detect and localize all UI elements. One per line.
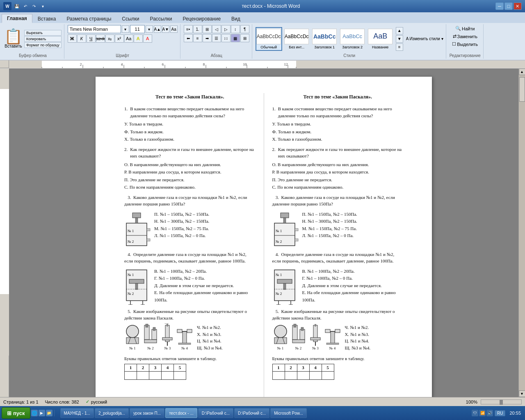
redo-quick-btn[interactable]: ↷ [30,2,38,10]
subscript-button[interactable]: x₂ [105,34,114,43]
undo-quick-btn[interactable]: ↶ [22,2,29,10]
col-5-right: 5 [322,364,334,371]
styles-more[interactable]: ≡ [396,43,403,51]
scroll-track[interactable] [519,75,525,390]
scroll-thumb[interactable] [519,77,525,102]
font-name-input[interactable] [68,25,121,33]
tab-home[interactable]: Главная [2,14,32,23]
start-windows-icon: ⊞ [7,410,11,416]
copy-button[interactable]: Копировать [24,36,62,42]
format-painter-button[interactable]: Формат по образцу [24,42,62,48]
zoom-thumb[interactable] [500,400,503,405]
explore-icon[interactable]: 📁 [46,410,52,416]
strikethrough-button[interactable]: зачk [96,34,105,43]
underline-button[interactable]: Ч [87,34,96,43]
svg-rect-97 [335,329,340,333]
svg-rect-48 [144,340,157,343]
vertical-scrollbar[interactable]: ▲ ▼ [518,68,525,397]
find-label: Найти [462,26,475,31]
customize-quick-btn[interactable]: ▾ [39,2,46,10]
q3-text-left: 3. Каково давление газа в сосуде на площ… [124,194,256,208]
ie-icon[interactable]: 🌐 [31,410,38,416]
tab-insert[interactable]: Вставка [32,14,62,23]
highlight-btn[interactable]: A [134,34,143,43]
select-button[interactable]: ☐ Выделить [450,41,479,48]
scroll-down-button[interactable]: ▼ [519,390,525,397]
quick-launch: 🌐 ▶ 📁 [31,410,55,416]
italic-button[interactable]: К [77,34,86,43]
q4-answers-right: В. №1 – 100Па, №2 – 20Па. Г. №1 – 100Па,… [302,268,404,304]
taskbar-item-2[interactable]: 2_polugodija... [95,408,129,418]
style-title[interactable]: AaB Название [367,27,394,51]
cut-button[interactable]: Вырезать [24,30,62,36]
numbering-button[interactable]: 1. [193,25,202,33]
show-marks-button[interactable]: ¶ [240,25,249,33]
style-heading2[interactable]: AaBbCc Заголовок 2 [339,27,366,51]
bold-button[interactable]: Ж [68,34,77,43]
q3-answers-right: П. №1 – 150Па, №2 – 150Па. Н. №1 – 300Па… [302,211,404,240]
tab-page-layout[interactable]: Разметка страницы [61,14,116,23]
tab-references[interactable]: Ссылки [116,14,144,23]
taskbar-item-6[interactable]: D:\Рабочий с... [234,408,269,418]
svg-rect-62 [178,343,191,345]
change-styles-button[interactable]: A Изменить стили ▾ [406,37,443,41]
font-decrease-btn[interactable]: A▼ [162,25,169,33]
replace-button[interactable]: ⇄ Заменить [451,33,479,40]
save-quick-btn[interactable]: 💾 [13,2,21,10]
font-color-btn[interactable]: A [143,34,152,43]
align-center-button[interactable]: ≡ [193,34,202,42]
document-area[interactable]: Тест по теме «Закон Паскаля». 1. В каком… [9,68,518,397]
multilevel-button[interactable]: ⊞ [203,25,212,33]
ruler-area: 2 4 6 8 10 12 [0,60,525,68]
style-heading1[interactable]: AaBbCc Заголовок 1 [311,27,338,51]
font-size-dropdown[interactable]: ▾ [146,25,153,33]
zoom-slider[interactable] [481,399,522,404]
taskbar-item-4[interactable]: тест.docx - ... [165,408,197,418]
clear-format-btn[interactable]: Aa [170,25,178,33]
styles-scroll-up[interactable]: ▲ [396,27,403,34]
taskbar-item-1[interactable]: МАУНЕД - 1... [60,408,94,418]
find-button[interactable]: 🔍 Найти [454,25,476,32]
borders-button[interactable]: ⊞ [240,34,249,42]
svg-rect-82 [274,338,287,344]
scroll-up-button[interactable]: ▲ [519,68,525,75]
close-button[interactable]: ✕ [514,2,522,10]
q2-a2-left: Р. В направлении дна сосуда, в котором н… [124,169,256,176]
style-normal[interactable]: AaBbCcDc Обычный [256,27,282,51]
tab-view[interactable]: Вид [226,14,246,23]
taskbar-item-7[interactable]: Microsoft Pow... [270,408,307,418]
styles-scroll-down[interactable]: ▼ [396,35,403,43]
clipboard-label: Буфер обмена [19,52,47,58]
tab-review[interactable]: Рецензирование [177,14,226,23]
media-icon[interactable]: ▶ [39,410,45,416]
text-effects-btn[interactable]: Aa [124,34,133,43]
decrease-indent-button[interactable]: ◁ [212,25,221,33]
align-left-button[interactable]: ⬅ [184,34,193,42]
increase-indent-button[interactable]: ▷ [221,25,231,33]
tab-mailings[interactable]: Рассылки [145,14,178,23]
font-size-input[interactable] [130,25,145,33]
justify-button[interactable]: ☰ [212,34,221,42]
bullets-button[interactable]: ≡• [184,25,193,33]
superscript-button[interactable]: x² [115,34,124,43]
font-increase-btn[interactable]: A▲ [154,25,161,33]
svg-text:№ 2: № 2 [128,240,134,244]
taskbar-item-3[interactable]: урок закон П... [130,408,164,418]
minimize-button[interactable]: ─ [495,2,504,10]
start-button[interactable]: ⊞ пуск [2,407,30,419]
taskbar-item-5[interactable]: D:\Рабочий с... [198,408,233,418]
svg-rect-43 [126,338,139,344]
font-name-dropdown[interactable]: ▾ [122,25,129,33]
col-4-left: 4 [162,364,174,371]
sort-button[interactable]: ↕ [231,25,240,33]
col-2-right: 2 [285,364,297,371]
paste-button[interactable]: 📋 [4,29,23,44]
line-spacing-button[interactable]: ↕↕ [221,34,231,42]
language-button[interactable]: RU [495,410,505,416]
q4-left: 4. Определите давление газа в сосуде на … [124,251,256,305]
maximize-button[interactable]: □ [504,2,513,10]
q3-diagram-right: № 1 № 2 [272,211,299,248]
style-no-spacing[interactable]: AaBbCcDc Без инт... [283,27,310,51]
shading-button[interactable]: ▦ [231,34,240,42]
align-right-button[interactable]: ➡ [203,34,212,42]
